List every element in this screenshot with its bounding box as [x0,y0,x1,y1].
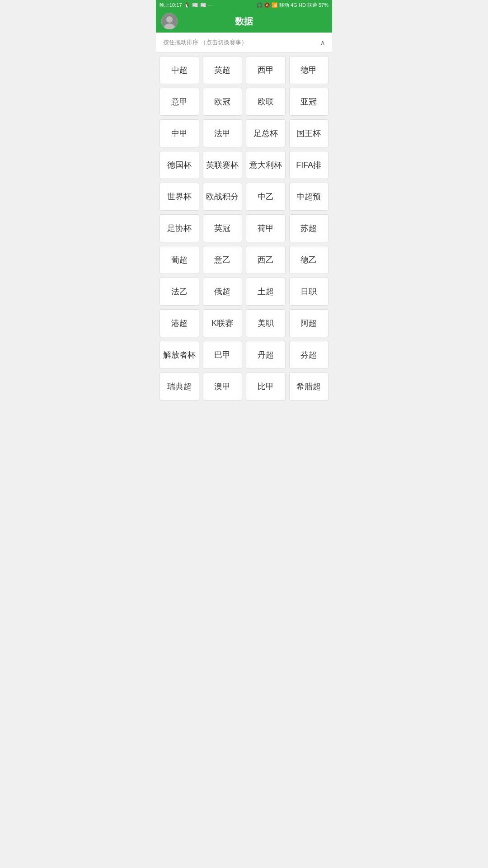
league-item[interactable]: 比甲 [246,373,286,401]
league-item[interactable]: FIFA排 [289,151,329,179]
league-item[interactable]: 阿超 [289,309,329,337]
status-bar: 晚上10:17 🐧 📰 📰 ··· 🎧 🔕 📶 移动 4G HD 联通 57% [156,0,332,10]
league-item[interactable]: K联赛 [203,309,243,337]
league-item[interactable]: 澳甲 [203,373,243,401]
league-item[interactable]: 希腊超 [289,373,329,401]
league-item[interactable]: 法甲 [203,119,243,147]
league-item[interactable]: 欧战积分 [203,183,243,211]
league-item[interactable]: 中超 [160,56,199,84]
league-item[interactable]: 亚冠 [289,88,329,116]
league-item[interactable]: 苏超 [289,214,329,242]
league-item[interactable]: 西乙 [246,246,286,274]
league-item[interactable]: 西甲 [246,56,286,84]
league-item[interactable]: 港超 [160,309,199,337]
league-item[interactable]: 足总杯 [246,119,286,147]
league-item[interactable]: 葡超 [160,246,199,274]
status-time: 晚上10:17 🐧 📰 📰 ··· [160,2,212,9]
app-header: 数据 [156,10,332,33]
league-item[interactable]: 芬超 [289,341,329,369]
svg-point-1 [166,16,173,23]
league-item[interactable]: 欧冠 [203,88,243,116]
league-item[interactable]: 荷甲 [246,214,286,242]
sort-main-text: 按住拖动排序 [163,39,198,46]
league-item[interactable]: 英联赛杯 [203,151,243,179]
league-item[interactable]: 巴甲 [203,341,243,369]
league-grid: 中超英超西甲德甲意甲欧冠欧联亚冠中甲法甲足总杯国王杯德国杯英联赛杯意大利杯FIF… [160,56,328,401]
sort-bar-text: 按住拖动排序 （点击切换赛事） [163,38,247,47]
league-item[interactable]: 世界杯 [160,183,199,211]
league-item[interactable]: 意甲 [160,88,199,116]
bottom-spacer [156,404,332,418]
league-item[interactable]: 德国杯 [160,151,199,179]
league-item[interactable]: 丹超 [246,341,286,369]
sort-sub-text[interactable]: （点击切换赛事） [200,39,247,46]
sort-bar: 按住拖动排序 （点击切换赛事） ∧ [156,33,332,52]
status-indicators: 🎧 🔕 📶 移动 4G HD 联通 57% [256,2,328,9]
league-item[interactable]: 美职 [246,309,286,337]
league-item[interactable]: 英超 [203,56,243,84]
league-item[interactable]: 俄超 [203,278,243,306]
league-item[interactable]: 意乙 [203,246,243,274]
league-item[interactable]: 国王杯 [289,119,329,147]
league-item[interactable]: 解放者杯 [160,341,199,369]
league-item[interactable]: 日职 [289,278,329,306]
league-item[interactable]: 瑞典超 [160,373,199,401]
league-item[interactable]: 德甲 [289,56,329,84]
league-item[interactable]: 英冠 [203,214,243,242]
league-item[interactable]: 土超 [246,278,286,306]
league-item[interactable]: 中超预 [289,183,329,211]
league-item[interactable]: 法乙 [160,278,199,306]
league-item[interactable]: 中甲 [160,119,199,147]
league-item[interactable]: 欧联 [246,88,286,116]
league-grid-container: 中超英超西甲德甲意甲欧冠欧联亚冠中甲法甲足总杯国王杯德国杯英联赛杯意大利杯FIF… [156,52,332,404]
collapse-icon[interactable]: ∧ [320,39,325,46]
page-title: 数据 [235,15,253,28]
league-item[interactable]: 中乙 [246,183,286,211]
avatar[interactable] [161,13,178,29]
league-item[interactable]: 足协杯 [160,214,199,242]
league-item[interactable]: 意大利杯 [246,151,286,179]
league-item[interactable]: 德乙 [289,246,329,274]
